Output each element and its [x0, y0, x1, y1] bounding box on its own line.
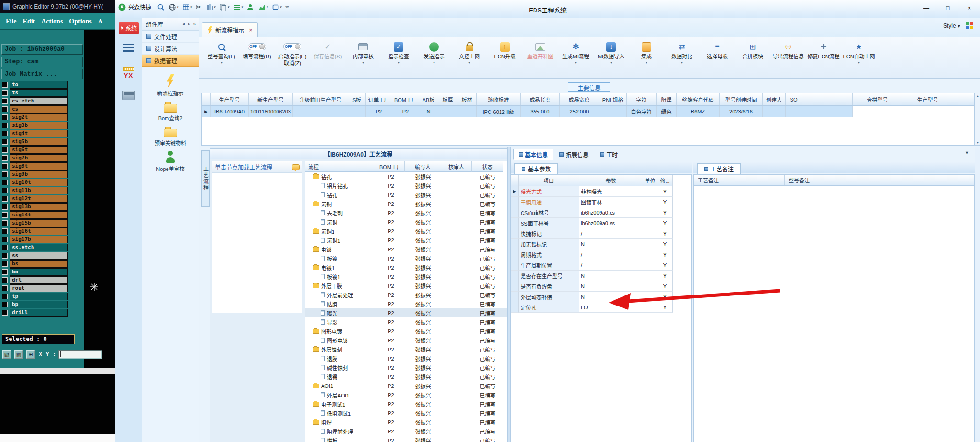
menu-edit[interactable]: Edit: [23, 18, 35, 25]
param-value-cell[interactable]: 图镀菲林: [579, 197, 643, 207]
param-value-cell[interactable]: ib6hz009a0.cs: [579, 207, 643, 218]
layer-toggle-button[interactable]: [2, 212, 8, 218]
dropdown-caret-icon[interactable]: ▾: [214, 5, 216, 9]
grid-selected-row[interactable]: ▶IB6HZ009A010011800006203P2P2NIPC-6012 Ⅱ…: [202, 106, 974, 117]
ribbon-button-16[interactable]: ⊞合拼模块: [735, 40, 770, 60]
param-row[interactable]: 外层动态补偿NY: [511, 292, 691, 302]
copy-toolbar-button[interactable]: ▾: [219, 3, 229, 11]
layer-toggle-button[interactable]: [2, 310, 8, 316]
component-item-4[interactable]: Nope单审核: [156, 151, 184, 172]
tree-row[interactable]: 电镀1P2张振兴已编写: [305, 263, 507, 272]
scroll-down-icon[interactable]: ▼: [976, 141, 980, 144]
layer-toggle-button[interactable]: [2, 188, 8, 193]
tree-row[interactable]: 贴膜P2张振兴已编写: [305, 299, 507, 308]
component-tab-3[interactable]: 数据管理: [142, 55, 199, 67]
tree-row[interactable]: 阻焊前处理P2张振兴已编写: [305, 427, 507, 436]
grid-col-header[interactable]: SO: [786, 93, 802, 105]
layer-toggle-button[interactable]: [2, 106, 8, 112]
layer-toggle-button[interactable]: [2, 277, 8, 283]
tree-row[interactable]: 低阻测试1P2张振兴已编写: [305, 408, 507, 418]
columns-toolbar-button[interactable]: ▾: [206, 3, 216, 11]
ribbon-button-3[interactable]: OFF启动指示(E)取消(Z): [275, 40, 310, 67]
param-value-cell[interactable]: 菲林曝光: [579, 186, 643, 197]
layer-row[interactable]: sig4t: [2, 129, 68, 137]
tree-row[interactable]: 曝光P2张振兴已编写: [305, 308, 507, 317]
grid-col-header[interactable]: PNL规格: [599, 93, 627, 105]
layer-toggle-button[interactable]: [2, 261, 8, 267]
tree-row[interactable]: 碱性蚀刻P2张振兴已编写: [305, 363, 507, 372]
dropdown-caret-icon[interactable]: ▾: [575, 60, 577, 65]
ribbon-button-14[interactable]: ⇄数据对比▾: [664, 40, 700, 65]
toggle-off-switch[interactable]: OFF: [248, 43, 266, 50]
ribbon-button-5[interactable]: 内部审核▾: [345, 40, 381, 65]
tree-row[interactable]: 板镀1P2张振兴已编写: [305, 272, 507, 281]
grid-col-header[interactable]: 新生产型号: [249, 93, 293, 105]
tree-row[interactable]: 外层AOI1P2张振兴已编写: [305, 390, 507, 399]
grid-col-header[interactable]: 升级前旧生产型号: [293, 93, 348, 105]
layer-row[interactable]: cs: [2, 105, 68, 113]
ribbon-button-19[interactable]: ★ECN自动上网▾: [841, 40, 877, 65]
dropdown-caret-icon[interactable]: ▾: [227, 5, 229, 9]
next-arrow-button[interactable]: ►: [187, 22, 192, 26]
grid-col-header[interactable]: 型号创建时间: [720, 93, 763, 105]
ribbon-button-17[interactable]: ☺导出流程信息: [770, 40, 806, 60]
param-value-cell[interactable]: /: [579, 260, 643, 271]
globe-toolbar-button[interactable]: ▾: [168, 3, 178, 11]
tree-row[interactable]: 去毛刺P2张振兴已编写: [305, 208, 507, 217]
layer-row[interactable]: sig7b: [2, 154, 68, 162]
param-value-cell[interactable]: ib6hz009a0.ss: [579, 218, 643, 228]
pointer-tool-button[interactable]: ▧: [2, 350, 11, 359]
tree-row[interactable]: 钻孔P2张振兴已编写: [305, 172, 507, 181]
param-col-header[interactable]: [511, 175, 519, 186]
minimize-button[interactable]: —: [915, 0, 937, 16]
layer-toggle-button[interactable]: [2, 269, 8, 275]
param-row[interactable]: 定位孔LOY: [511, 302, 691, 313]
maximize-button[interactable]: □: [937, 0, 958, 16]
table-toolbar-button[interactable]: ▾: [182, 3, 192, 11]
tree-row[interactable]: 电子测试1P2张振兴已编写: [305, 399, 507, 408]
cut-toolbar-button[interactable]: ✂: [196, 3, 202, 11]
layer-toggle-button[interactable]: [2, 220, 8, 226]
layer-row[interactable]: to: [2, 80, 68, 89]
tree-col-header[interactable]: 状态: [472, 161, 503, 172]
tree-row[interactable]: 图形电镀P2张振兴已编写: [305, 327, 507, 336]
param-value-cell[interactable]: N: [579, 281, 643, 292]
grid-col-header[interactable]: 板厚: [438, 93, 457, 105]
grid-vertical-scrollbar[interactable]: ▲▼: [975, 93, 980, 146]
layer-toggle-button[interactable]: [2, 123, 8, 128]
tree-col-header[interactable]: 核审人: [441, 161, 472, 172]
grid-col-header[interactable]: 合拼型号: [853, 93, 902, 105]
ribbon-button-6[interactable]: ✓指示检查▾: [381, 40, 416, 65]
grid-col-header[interactable]: 板材: [457, 93, 477, 105]
ribbon-button-4[interactable]: ✓保存信息(S): [310, 40, 345, 60]
ribbon-button-11[interactable]: ✻生成MI流程▾: [558, 40, 593, 65]
tab-close-icon[interactable]: ×: [249, 26, 253, 34]
dropdown-caret-icon[interactable]: ▾: [177, 5, 178, 9]
ribbon-sublabel[interactable]: 取消(Z): [284, 60, 301, 67]
grid-col-header[interactable]: 成品宽度: [560, 93, 599, 105]
grid-col-header[interactable]: S板: [348, 93, 366, 105]
vertical-tab-process-flow[interactable]: 工艺流程: [201, 150, 210, 207]
ribbon-button-18[interactable]: ✚修复ECN流程: [806, 40, 841, 60]
list-toolbar-button[interactable]: ▾: [233, 3, 243, 11]
component-item-3[interactable]: 预审关键物料: [155, 126, 186, 147]
layer-row[interactable]: sig10t: [2, 178, 68, 186]
layer-toggle-button[interactable]: [2, 98, 8, 104]
layer-toggle-button[interactable]: [2, 294, 8, 299]
layer-toggle-button[interactable]: [2, 171, 8, 177]
tree-row[interactable]: 图形电镀P2张振兴已编写: [305, 336, 507, 345]
param-row[interactable]: CS面菲林号ib6hz009a0.csY: [511, 207, 691, 218]
layer-toggle-button[interactable]: [2, 253, 8, 259]
layer-toggle-button[interactable]: [2, 237, 8, 242]
dropdown-caret-icon[interactable]: ▾: [241, 5, 243, 9]
tab-process-notes[interactable]: 工艺备注: [697, 163, 741, 174]
layer-row[interactable]: drill: [2, 308, 68, 317]
layer-row[interactable]: sig9b: [2, 170, 68, 178]
param-value-cell[interactable]: N: [579, 239, 643, 249]
ribbon-button-1[interactable]: 型号查询(F)▾: [204, 40, 239, 65]
prev-arrow-button[interactable]: ◄: [181, 22, 187, 26]
tree-col-header[interactable]: BOM工厂: [377, 161, 405, 172]
layer-toggle-button[interactable]: [2, 180, 8, 185]
notes-editor[interactable]: [693, 186, 975, 442]
dropdown-caret-icon[interactable]: ▾: [681, 60, 683, 65]
